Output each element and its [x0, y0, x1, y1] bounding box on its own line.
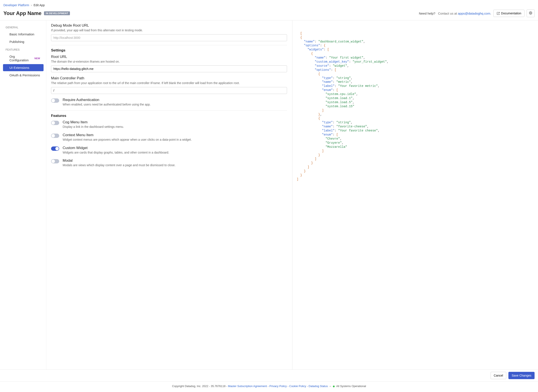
contact-email-link[interactable]: apps@datadoghq.com: [458, 12, 490, 15]
sidebar-item-basic-information[interactable]: Basic Information: [3, 31, 43, 38]
settings-button[interactable]: [527, 9, 535, 17]
sidebar-item-oauth-permissions[interactable]: OAuth & Permissions: [3, 72, 43, 79]
form-pane: Debug Mode Root URL If provided, your ap…: [46, 20, 292, 369]
sidebar-item-org-configuration[interactable]: Org Configuration NEW: [3, 53, 43, 64]
field-main-controller-path: Main Controller Path The relative path f…: [51, 76, 287, 94]
custom-widget-toggle[interactable]: [51, 146, 59, 151]
cog-menu-item-toggle[interactable]: [51, 121, 59, 125]
toggle-require-authentication: Require Authentication When enabled, use…: [51, 98, 287, 107]
footer-link-cookie[interactable]: Cookie Policy: [289, 384, 306, 388]
cancel-button[interactable]: Cancel: [491, 372, 506, 379]
sidebar: GENERAL Basic Information Publishing FEA…: [0, 20, 46, 369]
footer-link-status[interactable]: Datadog Status: [309, 384, 328, 388]
help-text: Need help? Contact us at apps@datadoghq.…: [419, 12, 491, 15]
features-heading: Features: [51, 114, 287, 118]
toggle-cog-menu-item: Cog Menu Item Display a link in the dash…: [51, 120, 287, 129]
status-dot-icon: [333, 386, 335, 387]
footer-link-privacy[interactable]: Privacy Policy: [269, 384, 287, 388]
external-link-icon: [497, 12, 500, 15]
breadcrumb-developer-platform[interactable]: Developer Platform: [3, 3, 29, 7]
chevron-right-icon: ›: [31, 3, 32, 7]
toggle-modal: Modal Modals are views which display con…: [51, 159, 287, 168]
breadcrumb: Developer Platform › Edit App: [0, 0, 538, 9]
breadcrumb-current: Edit App: [34, 3, 45, 7]
gear-icon: [529, 11, 532, 15]
footer-link-msa[interactable]: Master Subscription Agreement: [228, 384, 267, 388]
modal-toggle[interactable]: [51, 159, 59, 163]
save-changes-button[interactable]: Save Changes: [508, 372, 535, 379]
sidebar-item-ui-extensions[interactable]: UI Extensions: [3, 64, 43, 71]
toggle-custom-widget: Custom Widget Widgets are cards that dis…: [51, 146, 287, 155]
field-debug-root-url: Debug Mode Root URL If provided, your ap…: [51, 23, 287, 41]
divider: [51, 110, 287, 111]
sidebar-section-general: GENERAL: [0, 23, 46, 30]
status-badge-in-development: IN DEVELOPMENT: [44, 11, 70, 15]
settings-heading: Settings: [51, 48, 287, 52]
scrollbar[interactable]: [292, 22, 292, 363]
titlebar: Your App Name IN DEVELOPMENT Need help? …: [0, 9, 538, 20]
debug-root-url-input[interactable]: [51, 34, 287, 41]
footer: Copyright Datadog, Inc. 2022 - 35.767611…: [0, 381, 538, 391]
documentation-button[interactable]: Documentation: [493, 10, 524, 17]
app-name: Your App Name: [3, 10, 41, 16]
new-badge: NEW: [34, 57, 40, 60]
divider: [51, 45, 287, 45]
toggle-context-menu-item: Context Menu Item Widget context menus a…: [51, 133, 287, 142]
json-preview-pane[interactable]: [ { "name": "dashboard_custom_widget", "…: [292, 20, 538, 369]
root-url-input[interactable]: [51, 65, 287, 72]
context-menu-item-toggle[interactable]: [51, 134, 59, 138]
main-controller-path-input[interactable]: [51, 87, 287, 94]
require-authentication-toggle[interactable]: [51, 98, 59, 103]
sidebar-section-features: FEATURES: [0, 46, 46, 52]
svg-point-0: [530, 13, 531, 14]
sidebar-item-publishing[interactable]: Publishing: [3, 38, 43, 45]
field-root-url: Root URL The domain the ui-extension ifr…: [51, 55, 287, 72]
action-bar: Cancel Save Changes: [0, 369, 538, 381]
